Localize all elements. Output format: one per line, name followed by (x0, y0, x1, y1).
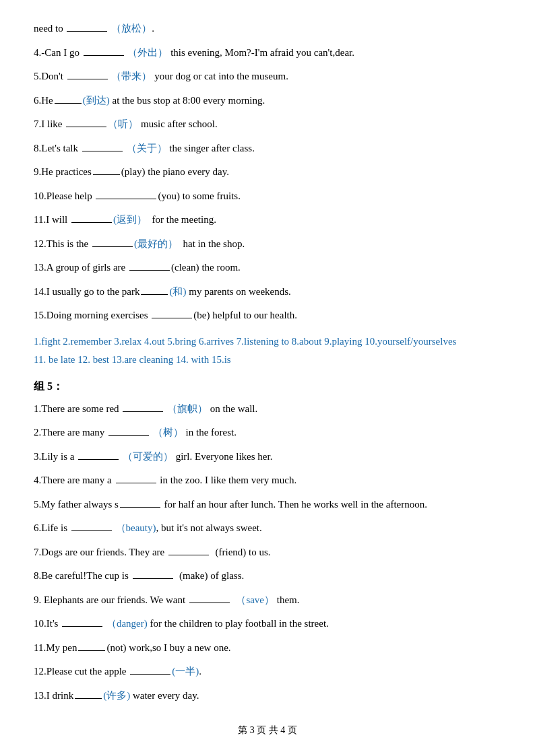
s5-10: 10.It's （danger) for the children to pla… (34, 615, 501, 633)
line-14: 14.I usually go to the park(和) my parent… (34, 283, 501, 301)
line-10: 10.Please help (you) to some fruits. (34, 188, 501, 205)
s5-12: 12.Please cut the apple (一半). (34, 663, 501, 681)
line-15: 15.Doing morning exercises (be) helpful … (34, 307, 501, 324)
s5-9: 9. Elephants are our friends. We want （s… (34, 592, 501, 609)
page-footer: 第 3 页 共 4 页 (34, 724, 501, 736)
line-9: 9.He practices(play) the piano every day… (34, 164, 501, 181)
s5-4: 4.There are many a in the zoo. I like th… (34, 472, 501, 489)
s5-6: 6.Life is （beauty), but it's not always … (34, 520, 501, 537)
answers-line1: 1.fight 2.remember 3.relax 4.out 5.bring… (34, 333, 501, 351)
line-12: 12.This is the (最好的） hat in the shop. (34, 236, 501, 253)
s5-11: 11.My pen(not) work,so I buy a new one. (34, 640, 501, 657)
line-7: 7.I like （听） music after school. (34, 116, 501, 133)
s5-3: 3.Lily is a （可爱的） girl. Everyone likes h… (34, 448, 501, 466)
s5-1: 1.There are some red （旗帜） on the wall. (34, 401, 501, 418)
s5-8: 8.Be careful!The cup is (make) of glass. (34, 568, 501, 585)
line-13: 13.A group of girls are (clean) the room… (34, 259, 501, 277)
line-6: 6.He(到达) at the bus stop at 8:00 every m… (34, 92, 501, 110)
s5-5: 5.My father always s for half an hour af… (34, 496, 501, 514)
section5-title: 组 5： (34, 380, 501, 394)
line-need: need to （放松）. (34, 20, 501, 38)
s5-13: 13.I drink(许多) water every day. (34, 687, 501, 705)
line-8: 8.Let's talk （关于） the singer after class… (34, 140, 501, 158)
line-11: 11.I will (返到） for the meeting. (34, 211, 501, 229)
line-4: 4.-Can I go （外出） this evening, Mom?-I'm … (34, 44, 501, 62)
s5-2: 2.There are many （树） in the forest. (34, 424, 501, 442)
answers-block: 1.fight 2.remember 3.relax 4.out 5.bring… (34, 333, 501, 369)
line-5: 5.Don't （带来） your dog or cat into the mu… (34, 68, 501, 85)
s5-7: 7.Dogs are our friends. They are (friend… (34, 544, 501, 561)
answers-line2: 11. be late 12. best 13.are cleaning 14.… (34, 351, 501, 369)
